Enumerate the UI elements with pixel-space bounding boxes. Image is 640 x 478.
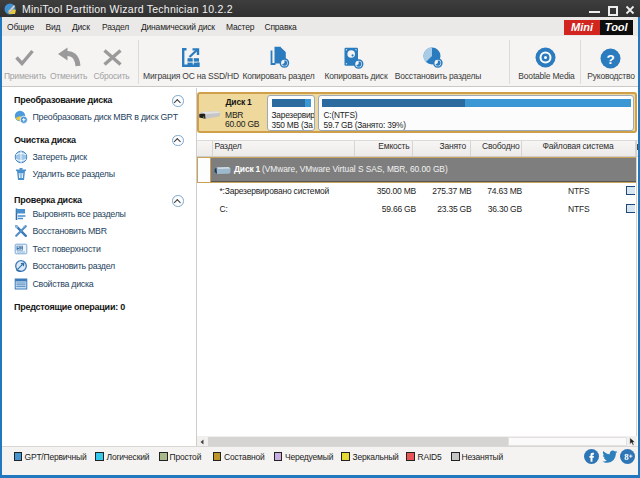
svg-text:51: 51 — [17, 246, 22, 251]
svg-text:?: ? — [606, 51, 614, 66]
